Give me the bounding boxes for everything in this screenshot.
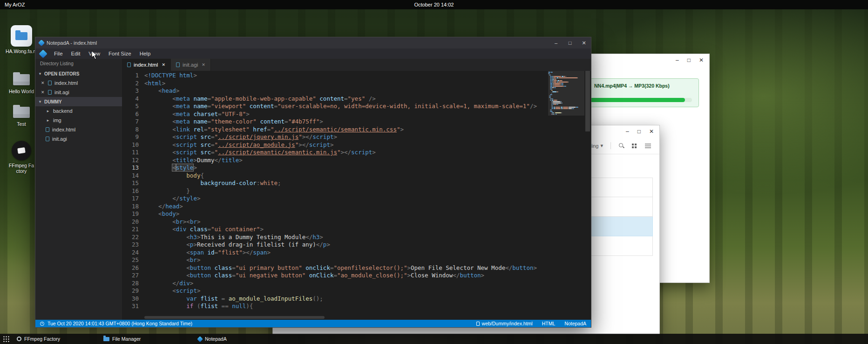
tree-item-init.agi[interactable]: init.agi: [35, 134, 122, 144]
minimize-button[interactable]: –: [549, 41, 563, 46]
minimize-button[interactable]: –: [676, 57, 679, 63]
status-language[interactable]: HTML: [542, 321, 556, 326]
desktop-wallpaper: My ArOZ October 20 14:02 HA.Wong.fa.mHel…: [0, 0, 868, 344]
tab-init.agi[interactable]: init.agi✕: [171, 59, 211, 71]
code-line: <body>: [144, 210, 591, 218]
code-line: <meta charset="UTF-8">: [144, 110, 591, 118]
minimap-line: [548, 112, 584, 113]
minimap-line: [548, 98, 584, 99]
menu-font-size[interactable]: Font Size: [104, 51, 136, 56]
code-lines[interactable]: <!DOCTYPE html><html> <head> <meta name=…: [144, 71, 591, 320]
notepada-titlebar[interactable]: NotepadA - index.html – □ ✕: [35, 37, 591, 48]
line-number: 15: [122, 179, 139, 187]
close-button[interactable]: ✕: [649, 129, 654, 134]
section-dummy[interactable]: ▾DUMMY: [35, 97, 122, 106]
top-menubar: My ArOZ October 20 14:02: [0, 0, 868, 9]
line-number: 9: [122, 133, 139, 141]
minimap-line: [548, 93, 584, 94]
start-button app-grid-icon[interactable]: [3, 336, 10, 343]
line-number: 4: [122, 95, 139, 103]
maximize-button[interactable]: □: [687, 57, 691, 63]
ffmpeg-app-icon: [12, 141, 31, 160]
tab-close-icon[interactable]: ✕: [162, 62, 165, 67]
grid-view-icon[interactable]: [632, 144, 634, 145]
horizontal-scrollbar[interactable]: [144, 315, 544, 320]
line-number: 10: [122, 141, 139, 149]
minimap-line: [548, 75, 584, 76]
line-number: 24: [122, 249, 139, 257]
code-line: <h3>This is a Dummy Testing Module</h3>: [144, 234, 591, 241]
open-editor-item[interactable]: ✕init.agi: [35, 88, 122, 97]
code-editor[interactable]: 1234567891011121314151617181920212223242…: [122, 71, 591, 320]
code-line: background-color:white;: [144, 179, 591, 187]
status-filepath[interactable]: web/Dummy/index.html: [482, 321, 533, 326]
menu-items: FileEditViewFont SizeHelp: [50, 51, 155, 56]
line-number: 26: [122, 264, 139, 272]
open-editor-item[interactable]: ✕index.html: [35, 78, 122, 88]
line-number: 25: [122, 256, 139, 264]
clock-label: October 20 14:02: [0, 2, 868, 7]
chevron-right-icon: ▸: [46, 118, 50, 123]
taskbar-item-file-manager[interactable]: File Manager: [103, 334, 141, 344]
line-number: 22: [122, 234, 139, 241]
minimap-line: [548, 89, 584, 89]
close-icon[interactable]: ✕: [41, 81, 45, 85]
line-number: 20: [122, 218, 139, 226]
desktop-icon-2[interactable]: Test: [4, 102, 39, 127]
toolbar-divider: [610, 142, 611, 149]
minimap-line: [548, 97, 584, 98]
folder-icon: [13, 74, 30, 85]
code-line: </head>: [144, 203, 591, 211]
code-line: <script src="../script/semantic/semantic…: [144, 149, 591, 157]
minimap-line: [548, 114, 584, 115]
vertical-scrollbar[interactable]: [584, 71, 591, 320]
minimap[interactable]: [548, 72, 584, 115]
line-number: 14: [122, 172, 139, 180]
code-line: <br><br>: [144, 218, 591, 226]
desktop-icon-0[interactable]: HA.Wong.fa.m: [4, 25, 39, 54]
minimap-line: [548, 107, 584, 108]
sidebar: Directory Listing ▾OPEN EDITORS✕index.ht…: [35, 59, 122, 320]
code-line: var flist = ao_module_loadInputFiles();: [144, 295, 591, 303]
code-line: <br>: [144, 256, 591, 264]
folder-icon: [103, 337, 109, 341]
menu-help[interactable]: Help: [136, 51, 155, 56]
notepada-logo-icon: [39, 49, 47, 58]
film-icon: [17, 147, 26, 154]
section-label: OPEN EDITORS: [44, 71, 79, 76]
minimize-button[interactable]: –: [626, 129, 629, 134]
status-datetime: Tue Oct 20 2020 14:01:43 GMT+0800 (Hong …: [47, 321, 192, 326]
section-open-editors[interactable]: ▾OPEN EDITORS: [35, 69, 122, 78]
desktop-icon-1[interactable]: Hello World: [4, 69, 39, 94]
tab-close-icon[interactable]: ✕: [202, 62, 205, 67]
close-button[interactable]: ✕: [577, 41, 591, 46]
line-number: 11: [122, 149, 139, 157]
minimap-line: [548, 103, 584, 103]
tree-item-img[interactable]: ▸img: [35, 116, 122, 125]
minimap-line: [548, 94, 584, 95]
file-icon: [48, 81, 52, 85]
taskbar-item-notepada[interactable]: NotepadA: [198, 334, 227, 344]
desktop-icon-3[interactable]: FFmpeg Fa ctory: [4, 140, 39, 174]
maximize-button[interactable]: □: [637, 129, 641, 134]
line-number: 29: [122, 287, 139, 295]
close-icon[interactable]: ✕: [41, 90, 45, 95]
code-line: <p>Received drag-in filelist (if any)</p…: [144, 241, 591, 249]
tab-index.html[interactable]: index.html✕: [122, 59, 171, 71]
tab-label: init.agi: [183, 62, 198, 68]
close-button[interactable]: ✕: [699, 57, 704, 63]
line-numbers: 1234567891011121314151617181920212223242…: [122, 71, 144, 320]
tree-item-backend[interactable]: ▸backend: [35, 106, 122, 116]
search-icon[interactable]: [618, 143, 624, 149]
menu-edit[interactable]: Edit: [67, 51, 85, 56]
folder-icon: [15, 32, 27, 40]
minimap-line: [548, 104, 584, 105]
minimap-line: [548, 91, 584, 92]
menu-file[interactable]: File: [50, 51, 67, 56]
maximize-button[interactable]: □: [563, 41, 577, 46]
file-label: init.agi: [52, 136, 67, 142]
taskbar-item-ffmpeg-factory[interactable]: FFmpeg Factory: [17, 334, 60, 344]
code-line: <link rel="stylesheet" href="../script/s…: [144, 126, 591, 134]
tree-item-index.html[interactable]: index.html: [35, 125, 122, 134]
list-view-icon[interactable]: [645, 144, 651, 148]
